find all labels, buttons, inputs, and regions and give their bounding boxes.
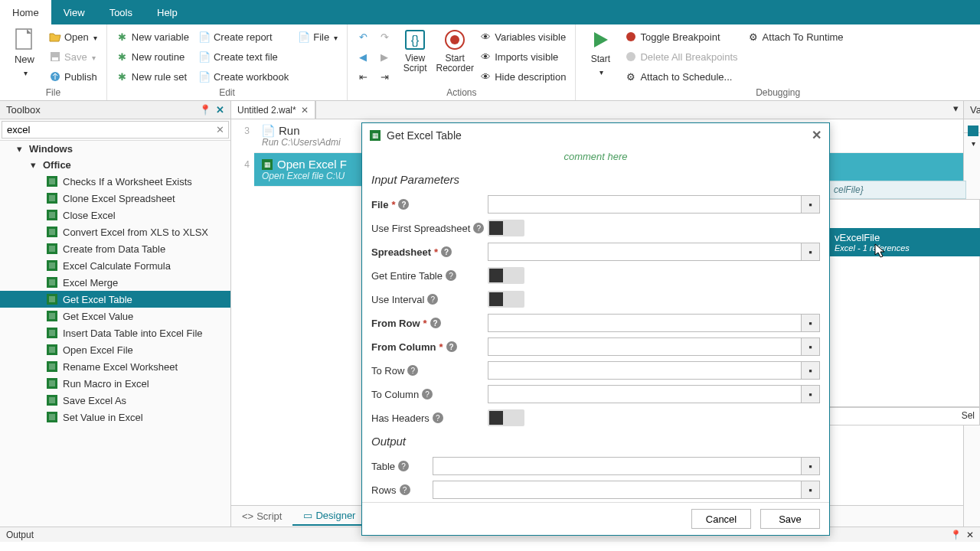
use-first-spreadsheet-toggle[interactable] <box>488 220 524 236</box>
help-icon[interactable]: ? <box>446 270 456 281</box>
help-icon[interactable]: ? <box>446 341 457 352</box>
help-icon[interactable]: ? <box>400 484 410 495</box>
toolbox-item[interactable]: Insert Data Table into Excel File <box>0 324 230 341</box>
tabs-overflow-icon[interactable]: ▾ <box>949 101 963 119</box>
delete-breakpoints-button[interactable]: Delete All Breakpoints <box>622 47 740 66</box>
help-icon[interactable]: ? <box>398 461 409 471</box>
to-column-input[interactable] <box>488 385 802 403</box>
bottom-tab-designer[interactable]: ▭Designer <box>292 507 366 526</box>
file-dropdown-button[interactable]: 📄File <box>295 28 341 46</box>
help-icon[interactable]: ? <box>473 223 484 233</box>
toolbox-item[interactable]: Get Excel Table <box>0 291 230 308</box>
tab-help[interactable]: Help <box>145 0 190 24</box>
indent-button[interactable]: ⇥ <box>375 67 394 86</box>
file-picker-icon[interactable]: ▪ <box>802 195 820 214</box>
toolbox-item[interactable]: Checks If a Worksheet Exists <box>0 173 230 190</box>
open-button[interactable]: Open <box>46 28 100 46</box>
close-tab-icon[interactable]: ✕ <box>301 105 309 116</box>
from-row-input[interactable] <box>488 314 802 332</box>
undo-button[interactable]: ↶ <box>354 28 372 46</box>
help-icon[interactable]: ? <box>422 389 433 399</box>
new-button[interactable]: New <box>6 28 43 78</box>
attach-schedule-button[interactable]: ⚙Attach to Schedule... <box>622 67 740 86</box>
toolbox-item[interactable]: Rename Excel Worksheet <box>0 358 230 375</box>
picker-icon[interactable]: ▪ <box>802 361 820 380</box>
toggle-breakpoint-button[interactable]: Toggle Breakpoint <box>622 28 740 46</box>
attach-runtime-button[interactable]: ⚙Attach To Runtime <box>744 28 847 46</box>
toolbox-item[interactable]: Clone Excel Spreadsheet <box>0 190 230 207</box>
file-input[interactable] <box>488 195 802 214</box>
outdent-button[interactable]: ⇤ <box>354 67 372 86</box>
svg-rect-25 <box>49 296 55 302</box>
pin-icon[interactable]: 📍 <box>950 530 962 540</box>
spreadsheet-input[interactable] <box>488 243 802 261</box>
rows-output-input[interactable] <box>433 481 802 499</box>
view-script-button[interactable]: {} View Script <box>397 28 433 73</box>
clear-search-icon[interactable]: ✕ <box>216 124 224 135</box>
dialog-close-icon[interactable]: ✕ <box>812 128 822 142</box>
toolbox-item[interactable]: Create from Data Table <box>0 240 230 257</box>
new-variable-button[interactable]: ✱New variable <box>113 28 192 46</box>
create-report-button[interactable]: 📄Create report <box>195 28 292 46</box>
imports-visible-toggle[interactable]: 👁Imports visible <box>476 47 569 66</box>
picker-icon[interactable]: ▪ <box>802 314 820 332</box>
new-routine-button[interactable]: ✱New routine <box>113 47 192 66</box>
nav-forward-button[interactable]: ▶ <box>375 47 394 66</box>
toolbox-item[interactable]: Get Excel Value <box>0 308 230 324</box>
from-column-input[interactable] <box>488 337 802 356</box>
picker-icon[interactable]: ▪ <box>802 457 820 475</box>
toolbox-search-input[interactable] <box>2 121 229 139</box>
help-icon[interactable]: ? <box>398 199 409 210</box>
tab-view[interactable]: View <box>51 0 97 24</box>
start-recorder-button[interactable]: Start Recorder <box>436 28 473 73</box>
get-entire-table-toggle[interactable] <box>488 267 524 284</box>
close-icon[interactable]: ✕ <box>966 530 974 540</box>
has-headers-toggle[interactable] <box>488 409 524 426</box>
redo-button[interactable]: ↷ <box>375 28 394 46</box>
new-rule-set-button[interactable]: ✱New rule set <box>113 67 192 86</box>
tab-tools[interactable]: Tools <box>97 0 145 24</box>
create-text-file-button[interactable]: 📄Create text file <box>195 47 292 66</box>
use-interval-toggle[interactable] <box>488 291 524 308</box>
editor-tab[interactable]: Untitled 2.wal* ✕ <box>231 101 315 119</box>
toolbox-item[interactable]: Save Excel As <box>0 392 230 409</box>
toolbox-item[interactable]: Open Excel File <box>0 341 230 358</box>
toolbox-item[interactable]: Set Value in Excel <box>0 409 230 425</box>
toolbox-item[interactable]: Close Excel <box>0 207 230 223</box>
start-debug-button[interactable]: Start <box>582 28 619 77</box>
select-button[interactable]: Sel <box>828 407 980 425</box>
help-icon[interactable]: ? <box>427 294 438 305</box>
toolbox-item[interactable]: Run Macro in Excel <box>0 375 230 392</box>
tree-node-office[interactable]: ▾Office <box>0 157 230 173</box>
picker-icon[interactable]: ▪ <box>802 385 820 403</box>
help-icon[interactable]: ? <box>441 246 452 257</box>
help-icon[interactable]: ? <box>430 318 441 328</box>
picker-icon[interactable]: ▪ <box>802 337 820 356</box>
save-button[interactable]: Save <box>760 509 820 529</box>
help-icon[interactable]: ? <box>407 365 418 376</box>
close-icon[interactable]: ✕ <box>216 104 224 116</box>
table-output-input[interactable] <box>433 457 802 475</box>
picker-icon[interactable]: ▪ <box>802 243 820 261</box>
hide-description-toggle[interactable]: 👁Hide description <box>476 67 569 86</box>
panel-options-icon[interactable] <box>968 126 978 136</box>
toolbox-item[interactable]: Convert Excel from XLS to XLSX <box>0 223 230 240</box>
variables-visible-toggle[interactable]: 👁Variables visible <box>476 28 569 46</box>
chevron-down-icon[interactable]: ▾ <box>968 139 978 148</box>
toolbox-item[interactable]: Excel Calculate Formula <box>0 257 230 274</box>
save-button[interactable]: Save <box>46 47 100 66</box>
cancel-button[interactable]: Cancel <box>691 509 751 529</box>
pin-icon[interactable]: 📍 <box>199 104 211 116</box>
variable-intellisense-item[interactable]: vExcelFile Excel - 1 references <box>828 228 980 256</box>
help-icon[interactable]: ? <box>433 412 443 423</box>
toolbox-item[interactable]: Excel Merge <box>0 274 230 291</box>
tree-node-windows[interactable]: ▾Windows <box>0 141 230 157</box>
picker-icon[interactable]: ▪ <box>802 481 820 499</box>
bottom-tab-script[interactable]: <>Script <box>231 507 292 525</box>
nav-back-button[interactable]: ◀ <box>354 47 372 66</box>
dialog-comment[interactable]: comment here <box>362 148 829 170</box>
create-workbook-button[interactable]: 📄Create workbook <box>195 67 292 86</box>
publish-button[interactable]: Publish <box>46 67 100 86</box>
to-row-input[interactable] <box>488 361 802 380</box>
tab-home[interactable]: Home <box>0 0 51 24</box>
